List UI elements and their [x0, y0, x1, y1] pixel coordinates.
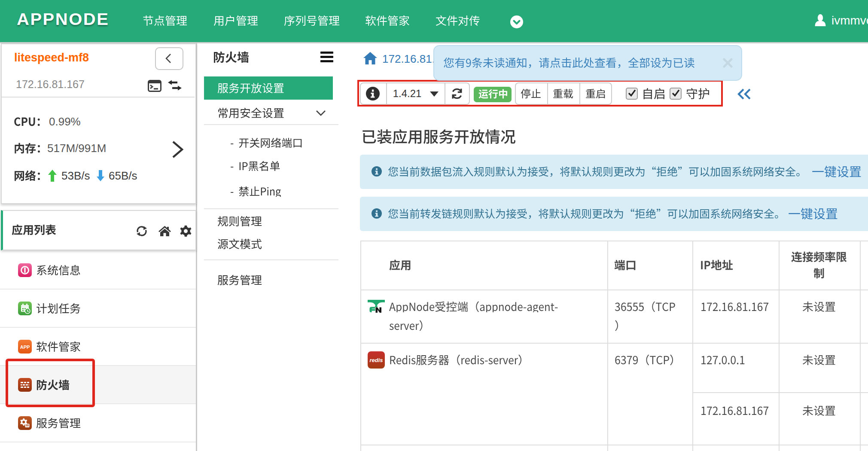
svg-text:APP: APP	[20, 344, 30, 350]
svg-text:redis: redis	[369, 357, 383, 363]
